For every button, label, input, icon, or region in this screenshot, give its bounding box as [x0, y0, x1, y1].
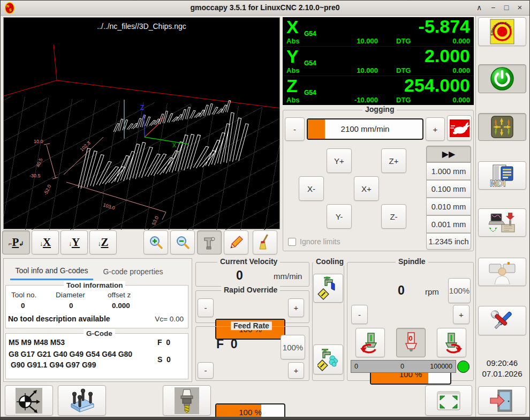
flood-coolant-button[interactable] [313, 274, 343, 303]
spindle-ccw-button[interactable] [355, 328, 385, 357]
spindle-rpm-value: 0 [398, 283, 405, 298]
plus-label: + [294, 303, 299, 312]
dro-x-abs-label: Abs [286, 37, 300, 45]
spindle-range-min: 0 [354, 363, 358, 370]
zoom-in-button[interactable] [143, 230, 168, 254]
zoom-out-button[interactable] [170, 230, 195, 254]
touch-off-button[interactable] [5, 385, 53, 416]
tool-no-header: Tool no. [11, 291, 36, 299]
dro-axis-z[interactable]: Z G54 254.000 Abs -10.000 DTG 0.000 [283, 76, 474, 105]
jog-increment-0001mm-button[interactable]: 0.001 mm [426, 215, 471, 233]
current-velocity-title: Current Velocity [217, 257, 280, 266]
active-f-value: F 0 [157, 338, 170, 347]
maximize-button[interactable]: □ [501, 2, 512, 13]
dim-z-span: 40.5 [35, 158, 44, 168]
power-icon [489, 66, 515, 92]
jog-increment-continuous-button[interactable]: ▶▶ [426, 146, 471, 162]
spindle-reset-button[interactable]: 100% [448, 278, 471, 303]
spindle-cw-icon [441, 331, 463, 355]
dim-upper: 102.3 [79, 140, 92, 153]
active-s-value: S 0 [157, 355, 171, 364]
mist-coolant-button[interactable] [313, 344, 343, 374]
feed-reset-button[interactable]: 100% [281, 335, 305, 359]
touch-plate-button[interactable] [58, 385, 106, 416]
view-perspective-button[interactable]: ⌐P↲ [2, 230, 30, 254]
feed-reset-label: 100% [283, 343, 303, 352]
plus-label: + [459, 310, 464, 319]
spindle-cw-button[interactable] [437, 328, 466, 357]
jog-y-plus-button[interactable]: Y+ [327, 148, 352, 173]
jog-z-plus-button[interactable]: Z+ [381, 148, 406, 173]
machine-limits [4, 44, 279, 108]
toolpath-back [111, 100, 232, 132]
dro-z-system: G54 [304, 89, 316, 96]
tab-tool-info[interactable]: Tool info and G-codes [10, 262, 93, 280]
tab-gcode-properties[interactable]: G-code properties [100, 262, 166, 280]
pencil-icon [228, 234, 245, 251]
tool-measure-button[interactable] [163, 385, 211, 416]
feed-increase-button[interactable]: + [288, 362, 304, 379]
increment-label: 0.001 mm [431, 220, 466, 229]
spindle-increase-button[interactable]: + [453, 305, 470, 324]
spindle-title: Spindle [396, 257, 428, 266]
dim-left: -52.0 [43, 184, 52, 196]
title-bar[interactable]: N S gmoccapy 3.5.1 for LinuxCNC 2.10.0~p… [1, 1, 529, 16]
feed-decrease-button[interactable]: - [198, 362, 214, 379]
ignore-limits-checkbox[interactable] [288, 238, 296, 246]
shade-button[interactable]: ∧ [474, 2, 484, 13]
diameter-value: 0 [69, 302, 73, 310]
app-window: N S gmoccapy 3.5.1 for LinuxCNC 2.10.0~p… [0, 0, 530, 420]
gcode-preview[interactable]: ../../nc_files//3D_Chips.ngc Z Y X [3, 17, 280, 229]
dro-z-dtg-label: DTG [396, 96, 411, 104]
jog-increment-01mm-button[interactable]: 0.100 mm [426, 180, 471, 198]
jog-x-plus-button[interactable]: X+ [354, 176, 379, 201]
jog-increment-001mm-button[interactable]: 0.010 mm [426, 198, 471, 215]
jog-z-minus-button[interactable]: Z- [381, 204, 406, 229]
dro-axis-x[interactable]: X G54 -5.874 Abs 10.000 DTG 0.000 [283, 17, 474, 47]
jog-speed-slider[interactable]: 2100 mm/min [307, 118, 423, 140]
spindle-stop-button[interactable]: 0 [396, 328, 426, 357]
flood-icon [317, 276, 339, 300]
exit-button[interactable] [478, 386, 526, 415]
dimensions-button[interactable] [197, 230, 222, 254]
increment-label: 1.2345 inch [429, 237, 469, 246]
mdi-mode-button[interactable]: MDI [478, 161, 526, 190]
fullscreen-button[interactable] [425, 385, 472, 416]
view-perspective-label: ⌐P↲ [9, 236, 24, 249]
auto-mode-button[interactable] [478, 208, 526, 237]
minimize-button[interactable]: − [488, 2, 498, 13]
draw-path-button[interactable] [224, 230, 248, 254]
jog-speed-decrease-button[interactable]: - [285, 117, 305, 141]
jog-y-minus-button[interactable]: Y- [327, 204, 352, 229]
clear-plot-button[interactable] [253, 230, 277, 254]
estop-button[interactable]: Emergency Stop [478, 17, 526, 46]
jog-increment-inch-button[interactable]: 1.2345 inch [426, 233, 471, 250]
gcode-frame-title: G-Code [84, 329, 115, 338]
clock-date: 07.01.2026 [477, 369, 527, 378]
view-x-button[interactable]: ↓X [32, 230, 59, 254]
jog-x-minus-label: X- [307, 184, 315, 193]
auto-run-icon [488, 211, 517, 235]
cooling-title: Cooling [313, 257, 346, 266]
jog-x-minus-button[interactable]: X- [299, 176, 324, 201]
settings-button[interactable] [478, 306, 526, 335]
rapid-increase-button[interactable]: + [288, 298, 304, 317]
spindle-decrease-button[interactable]: - [351, 305, 368, 324]
rapid-jog-toggle-button[interactable] [447, 115, 472, 141]
dro-x-letter: X [286, 17, 299, 36]
view-y-button[interactable]: ↓Y [60, 230, 88, 254]
close-button[interactable]: × [514, 2, 525, 13]
jog-increment-1mm-button[interactable]: 1.000 mm [426, 162, 471, 180]
zoom-out-icon [175, 235, 191, 251]
machine-power-button[interactable] [478, 64, 526, 93]
dro-y-abs-value: 10.000 [347, 66, 378, 74]
jog-speed-increase-button[interactable]: + [426, 117, 445, 141]
right-panel-divider [475, 16, 476, 418]
dro-axis-y[interactable]: Y G54 2.000 Abs 10.000 DTG 0.000 [283, 47, 474, 76]
rapid-decrease-button[interactable]: - [198, 298, 214, 317]
ignore-limits-label: Ignore limits [300, 237, 340, 246]
user-tabs-button[interactable] [478, 258, 526, 286]
manual-mode-button[interactable] [478, 113, 526, 141]
spindle-stop-icon: 0 [402, 332, 420, 354]
view-z-button[interactable]: ↓Z [89, 230, 117, 254]
